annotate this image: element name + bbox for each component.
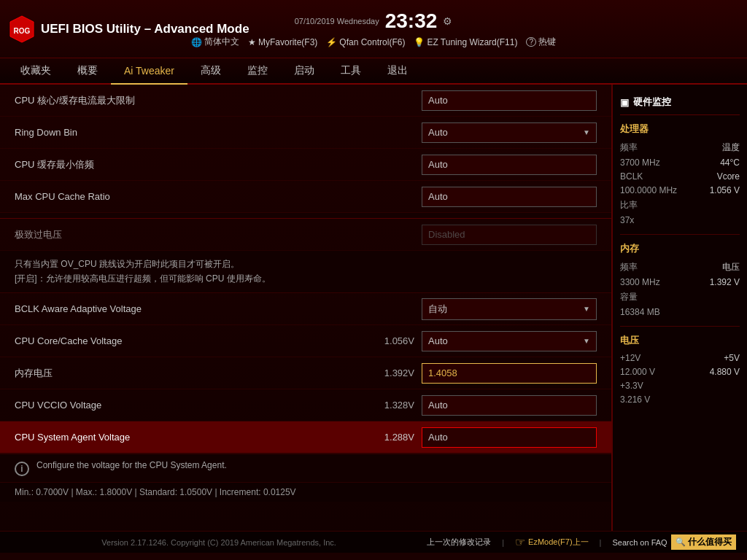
- sidebar-row: 频率 温度: [620, 141, 740, 154]
- dropdown-cpu-core-voltage[interactable]: Auto ▼: [422, 331, 597, 351]
- sidebar-row: 频率 电压: [620, 261, 740, 273]
- globe-icon: 🌐: [191, 37, 202, 47]
- setting-row-max-cpu-cache-ratio: Max CPU Cache Ratio Auto: [0, 181, 611, 213]
- setting-row-memory-voltage: 内存电压 1.392V 1.4058: [0, 357, 611, 389]
- sidebar-divider: [620, 326, 740, 327]
- sidebar-row: BCLK Vcore: [620, 171, 740, 182]
- setting-row-cpu-system-agent: CPU System Agent Voltage 1.288V Auto: [0, 421, 611, 454]
- tool-hotkey[interactable]: ? 热键: [526, 36, 556, 48]
- nav-item-overview[interactable]: 概要: [64, 58, 111, 85]
- search-label: Search on FAQ: [612, 538, 667, 547]
- ez-mode-btn[interactable]: ☞ EzMode(F7)上一: [515, 535, 589, 549]
- help-icon: ?: [526, 37, 536, 47]
- info-row: i Configure the voltage for the CPU Syst…: [0, 454, 611, 482]
- chevron-down-icon: ▼: [583, 128, 590, 136]
- tool-eztuning[interactable]: 💡 EZ Tuning Wizard(F11): [414, 37, 517, 47]
- info-icon: i: [15, 462, 29, 476]
- sidebar-row: 3700 MHz 44°C: [620, 158, 740, 168]
- divider: [0, 213, 611, 219]
- sidebar-row: 12.000 V 4.880 V: [620, 367, 740, 377]
- nav-item-tools[interactable]: 工具: [328, 58, 374, 85]
- dropdown-cpu-vccio[interactable]: Auto: [422, 395, 597, 416]
- sidebar-row: 3300 MHz 1.392 V: [620, 277, 740, 287]
- setting-row-ring-down-bin: Ring Down Bin Auto ▼: [0, 117, 611, 149]
- nav-item-advanced[interactable]: 高级: [187, 58, 234, 85]
- dropdown-bclk-aware[interactable]: 自动 ▼: [422, 298, 597, 320]
- nav-item-aitweaker[interactable]: Ai Tweaker: [111, 58, 187, 85]
- sidebar-row: 容量: [620, 291, 740, 303]
- dropdown-memory-voltage[interactable]: 1.4058: [422, 363, 597, 384]
- gear-icon[interactable]: ⚙: [443, 15, 452, 27]
- dropdown-cpu-system-agent[interactable]: Auto: [422, 427, 597, 448]
- sidebar-row: 100.0000 MHz 1.056 V: [620, 185, 740, 195]
- param-row: Min.: 0.7000V | Max.: 1.8000V | Standard…: [0, 482, 611, 502]
- sidebar-row: 37x: [620, 215, 740, 225]
- sidebar: ▣ 硬件监控 处理器 频率 温度 3700 MHz 44°C BCLK Vcor…: [612, 85, 747, 531]
- time-display: 23:32: [385, 9, 438, 33]
- sidebar-divider: [620, 234, 740, 235]
- sidebar-row: +12V +5V: [620, 353, 740, 363]
- date-display: 07/10/2019 Wednesday: [295, 17, 379, 26]
- tool-language[interactable]: 🌐 简体中文: [191, 36, 239, 48]
- sidebar-row: 16384 MB: [620, 307, 740, 317]
- nav-item-exit[interactable]: 退出: [374, 58, 421, 85]
- setting-row-cpu-core-current: CPU 核心/缓存电流最大限制 Auto: [0, 85, 611, 117]
- warning-text-block: 只有当内置 OV_CPU 跳线设为开启时此项目才可被开启。 [开启]：允许使用较…: [0, 251, 611, 293]
- search-icon: 🔍: [676, 537, 686, 546]
- nav-bar: 收藏夹 概要 Ai Tweaker 高级 监控 启动 工具 退出: [0, 58, 747, 85]
- main-layout: CPU 核心/缓存电流最大限制 Auto Ring Down Bin Auto …: [0, 85, 747, 531]
- dropdown-ring-down-bin[interactable]: Auto ▼: [422, 122, 597, 143]
- tool-myfavorite[interactable]: ★ MyFavorite(F3): [248, 37, 317, 47]
- dropdown-cpu-cache-min[interactable]: Auto: [422, 155, 597, 175]
- dropdown-cpu-core-current[interactable]: Auto: [422, 90, 597, 111]
- nav-item-boot[interactable]: 启动: [281, 58, 328, 85]
- search-brand-badge[interactable]: 🔍 什么值得买: [671, 534, 736, 550]
- sidebar-row: +3.3V: [620, 381, 740, 391]
- search-btn[interactable]: Search on FAQ 🔍 什么值得买: [612, 534, 736, 550]
- sidebar-row: 比率: [620, 199, 740, 211]
- monitor-icon: ▣: [620, 97, 629, 108]
- tool-qfan[interactable]: ⚡ Qfan Control(F6): [326, 37, 405, 47]
- fan-icon: ⚡: [326, 37, 337, 47]
- dropdown-extreme-voltage[interactable]: Disabled: [422, 225, 597, 245]
- setting-row-cpu-vccio: CPU VCCIO Voltage 1.328V Auto: [0, 389, 611, 421]
- setting-row-bclk-aware: BCLK Aware Adaptive Voltage 自动 ▼: [0, 293, 611, 325]
- dropdown-max-cpu-cache-ratio[interactable]: Auto: [422, 187, 597, 207]
- star-icon: ★: [248, 37, 256, 47]
- copyright-bar: Version 2.17.1246. Copyright (C) 2019 Am…: [0, 531, 747, 553]
- setting-row-extreme-voltage: 极致过电压 Disabled: [0, 219, 611, 251]
- sidebar-section-cpu: 处理器 频率 温度 3700 MHz 44°C BCLK Vcore 100.0…: [620, 122, 740, 225]
- last-change-btn[interactable]: 上一次的修改记录: [427, 537, 491, 548]
- svg-text:ROG: ROG: [14, 27, 31, 35]
- chevron-down-icon: ▼: [583, 337, 590, 345]
- sidebar-title: ▣ 硬件监控: [620, 92, 740, 115]
- chevron-down-icon: ▼: [583, 305, 590, 313]
- nav-item-monitor[interactable]: 监控: [234, 58, 281, 85]
- bulb-icon: 💡: [414, 37, 425, 47]
- header: ROG UEFI BIOS Utility – Advanced Mode 07…: [0, 0, 747, 58]
- hand-icon: ☞: [515, 535, 525, 549]
- nav-item-favorites[interactable]: 收藏夹: [7, 58, 64, 85]
- content-area: CPU 核心/缓存电流最大限制 Auto Ring Down Bin Auto …: [0, 85, 612, 531]
- setting-row-cpu-cache-min: CPU 缓存最小倍频 Auto: [0, 149, 611, 181]
- sidebar-section-voltage: 电压 +12V +5V 12.000 V 4.880 V +3.3V 3.216…: [620, 334, 740, 405]
- sidebar-row: 3.216 V: [620, 394, 740, 405]
- sidebar-section-memory: 内存 频率 电压 3300 MHz 1.392 V 容量 16384 MB: [620, 242, 740, 317]
- setting-row-cpu-core-voltage: CPU Core/Cache Voltage 1.056V Auto ▼: [0, 325, 611, 357]
